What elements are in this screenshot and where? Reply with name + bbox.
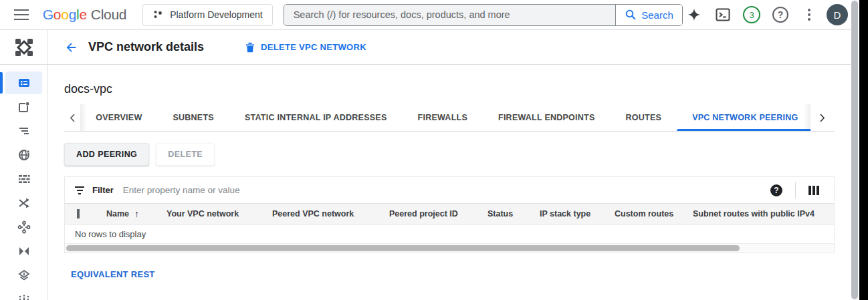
column-header-ip-stack-type[interactable]: IP stack type <box>540 209 615 218</box>
sidebar-item-byoip[interactable] <box>5 120 42 142</box>
column-header-subnet-routes[interactable]: Subnet routes with public IPv4 <box>693 209 834 218</box>
select-all-cell <box>77 209 106 218</box>
tab-subnets[interactable]: SUBNETS <box>157 104 229 131</box>
sidebar-item-shared-vpc[interactable] <box>5 240 42 263</box>
sort-ascending-icon[interactable]: ↑ <box>134 208 139 219</box>
external-ip-icon <box>17 100 31 114</box>
notification-count: 3 <box>743 6 760 23</box>
vpc-networks-icon <box>17 76 31 90</box>
column-display-options-icon[interactable] <box>808 186 826 195</box>
byoip-lines-icon <box>17 124 31 138</box>
sidebar-item-external-ip[interactable] <box>5 96 42 118</box>
google-logo-word: Google <box>43 7 87 23</box>
google-cloud-logo: Google Cloud <box>43 7 126 23</box>
sidebar-item-serverless-vpc-access[interactable] <box>5 264 42 287</box>
ip-addresses-globe-icon <box>17 148 31 162</box>
sidebar-item-vpc-networks[interactable] <box>5 71 42 94</box>
search-icon <box>625 9 637 21</box>
delete-peering-button[interactable]: DELETE <box>156 143 215 166</box>
google-logo-cloud: Cloud <box>91 7 126 23</box>
filter-icon <box>75 186 84 194</box>
column-header-status[interactable]: Status <box>487 209 540 218</box>
avatar[interactable]: D <box>827 4 848 25</box>
filter-label: Filter <box>92 185 114 195</box>
network-analyzer-icon <box>17 295 31 300</box>
vertical-scrollbar-thumb[interactable] <box>851 1 858 299</box>
main-area: VPC network details DELETE VPC NETWORK d… <box>48 30 868 300</box>
filter-input[interactable] <box>123 185 770 195</box>
sidebar-item-ip-addresses[interactable] <box>5 144 42 166</box>
sidebar-nav <box>0 65 47 300</box>
delete-vpc-network-button[interactable]: DELETE VPC NETWORK <box>245 42 366 53</box>
tabs-scroll-right-chevron-icon[interactable] <box>810 104 835 131</box>
column-header-name[interactable]: Name ↑ <box>106 208 167 219</box>
filter-divider <box>795 182 796 198</box>
sidebar-item-network-analyzer[interactable] <box>5 288 42 300</box>
sidebar-item-firewall[interactable] <box>5 168 42 190</box>
tabs-scroll-left-chevron-icon[interactable] <box>64 104 80 131</box>
content: docs-vpc OVERVIEW SUBNETS STATIC INTERNA… <box>48 65 835 280</box>
project-selector-label: Platform Development <box>170 9 263 20</box>
tab-bar: OVERVIEW SUBNETS STATIC INTERNAL IP ADDR… <box>64 104 835 132</box>
peering-actions: ADD PEERING DELETE <box>64 143 835 166</box>
column-header-your-vpc-network[interactable]: Your VPC network <box>167 209 272 218</box>
global-search: Search <box>284 4 683 26</box>
table-header-row: Name ↑ Your VPC network Peered VPC netwo… <box>65 203 834 224</box>
horizontal-scrollbar-thumb[interactable] <box>66 245 740 251</box>
menu-icon[interactable] <box>8 1 35 28</box>
sidebar-item-vpc-network-peering[interactable] <box>5 216 42 239</box>
search-button[interactable]: Search <box>615 5 682 25</box>
column-header-peered-project-id[interactable]: Peered project ID <box>389 209 487 218</box>
sidebar-item-routes[interactable] <box>5 192 42 214</box>
kebab-dots <box>808 9 810 21</box>
tab-firewalls[interactable]: FIREWALLS <box>403 104 483 131</box>
serverless-vpc-access-icon <box>17 269 31 282</box>
page-header: VPC network details DELETE VPC NETWORK <box>48 30 868 65</box>
screen-edge-strip <box>859 0 868 300</box>
horizontal-scrollbar <box>65 243 834 253</box>
back-arrow-icon[interactable] <box>58 34 84 61</box>
sidebar <box>0 30 48 300</box>
routes-icon <box>17 196 31 210</box>
column-header-peered-vpc-network[interactable]: Peered VPC network <box>272 209 389 218</box>
page-title: VPC network details <box>88 40 204 54</box>
tab-vpc-network-peering[interactable]: VPC NETWORK PEERING <box>677 104 813 131</box>
delete-vpc-network-label: DELETE VPC NETWORK <box>261 42 366 52</box>
vertical-scrollbar <box>851 0 859 300</box>
filter-row: Filter ? <box>65 177 834 203</box>
vpc-name: docs-vpc <box>64 82 835 96</box>
add-peering-button[interactable]: ADD PEERING <box>64 143 149 166</box>
table-empty-message: No rows to display <box>65 224 834 243</box>
help-icon[interactable]: ? <box>769 3 792 26</box>
filter-help-icon[interactable]: ? <box>770 184 782 196</box>
equivalent-rest-link[interactable]: EQUIVALENT REST <box>71 269 155 279</box>
peering-table-card: Filter ? Name ↑ Your VP <box>64 176 835 253</box>
tab-routes[interactable]: ROUTES <box>611 104 677 131</box>
app-bar: Google Cloud Platform Development Search <box>0 0 868 30</box>
tab-static-internal-ip-addresses[interactable]: STATIC INTERNAL IP ADDRESSES <box>229 104 403 131</box>
sparkle-icon <box>687 7 701 22</box>
tab-overview[interactable]: OVERVIEW <box>80 104 157 131</box>
vpc-peering-icon <box>17 220 31 234</box>
search-input[interactable] <box>294 9 606 20</box>
search-input-zone[interactable] <box>284 5 615 25</box>
firewall-icon <box>17 172 31 186</box>
project-selector[interactable]: Platform Development <box>142 4 273 26</box>
vpc-network-product-icon <box>0 30 47 65</box>
notifications-badge[interactable]: 3 <box>740 3 763 26</box>
tab-firewall-endpoints[interactable]: FIREWALL ENDPOINTS <box>483 104 611 131</box>
column-header-custom-routes[interactable]: Custom routes <box>615 209 693 218</box>
gemini-sparkle-icon[interactable] <box>683 3 706 26</box>
trash-icon <box>245 42 255 53</box>
terminal-icon <box>716 8 730 21</box>
shared-vpc-icon <box>17 245 31 258</box>
appbar-actions: 3 ? D <box>683 3 848 26</box>
select-all-checkbox[interactable] <box>77 209 80 218</box>
help-glyph: ? <box>772 7 788 23</box>
more-vert-icon[interactable] <box>798 3 821 26</box>
cloud-shell-icon[interactable] <box>712 3 734 26</box>
project-icon <box>152 9 163 20</box>
search-button-label: Search <box>641 9 673 21</box>
